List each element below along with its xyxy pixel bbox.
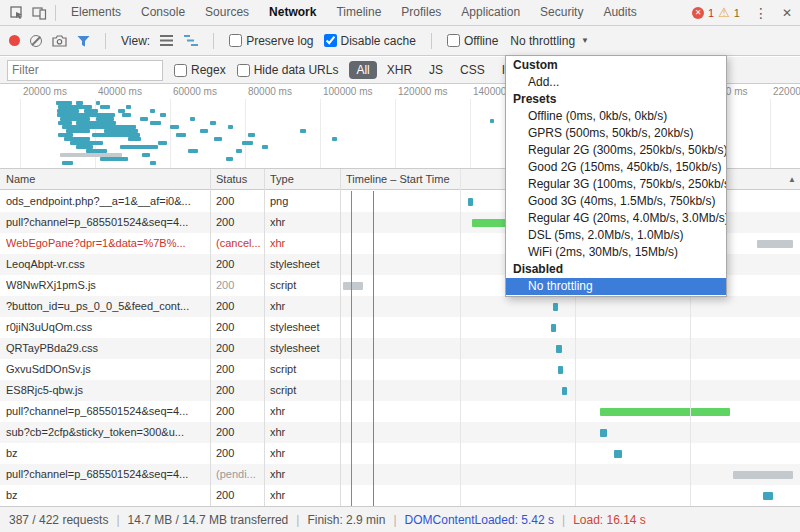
- menu-item-good-2g-150ms-450kb-s-150kb-s[interactable]: Good 2G (150ms, 450kb/s, 150kb/s): [506, 159, 726, 176]
- overview-request-bar: [150, 109, 155, 113]
- table-row[interactable]: ?button_id=u_ps_0_0_5&feed_cont...200xhr: [0, 296, 800, 317]
- offline-input[interactable]: [447, 34, 460, 47]
- column-header-type[interactable]: Type: [270, 169, 294, 190]
- preserve-log-input[interactable]: [229, 34, 242, 47]
- devtools-network-panel: ElementsConsoleSourcesNetworkTimelinePro…: [0, 0, 800, 532]
- filter-pill-all[interactable]: All: [349, 61, 376, 79]
- menu-item-good-3g-40ms-1-5mb-s-750kb-s[interactable]: Good 3G (40ms, 1.5Mb/s, 750kb/s): [506, 193, 726, 210]
- hide-data-urls-input[interactable]: [237, 64, 250, 77]
- table-row[interactable]: QRTayPBda29.css200stylesheet: [0, 338, 800, 359]
- tab-console[interactable]: Console: [131, 0, 195, 25]
- close-devtools-icon[interactable]: ✕: [782, 6, 792, 20]
- request-name: ?button_id=u_ps_0_0_5&feed_cont...: [6, 296, 206, 317]
- status-separator: |: [562, 513, 565, 527]
- request-type: script: [270, 359, 338, 380]
- waterfall-bar: [472, 219, 506, 227]
- request-status: 200: [216, 317, 262, 338]
- menu-item-dsl-5ms-2-0mb-s-1-0mb-s[interactable]: DSL (5ms, 2.0Mb/s, 1.0Mb/s): [506, 227, 726, 244]
- waterfall-bar: [343, 282, 363, 290]
- menu-item-regular-2g-300ms-250kb-s-50kb-s[interactable]: Regular 2G (300ms, 250kb/s, 50kb/s): [506, 142, 726, 159]
- filter-input[interactable]: [7, 60, 163, 81]
- error-badge-icon[interactable]: ✕: [692, 7, 704, 19]
- table-row[interactable]: ES8Rjc5-qbw.js200script: [0, 380, 800, 401]
- disable-cache-checkbox[interactable]: Disable cache: [324, 34, 416, 48]
- waterfall-bar: [468, 198, 473, 206]
- request-type: script: [270, 275, 338, 296]
- menu-item-regular-3g-100ms-750kb-s-250kb-s[interactable]: Regular 3G (100ms, 750kb/s, 250kb/s): [506, 176, 726, 193]
- preserve-log-checkbox[interactable]: Preserve log: [229, 34, 313, 48]
- filter-pill-css[interactable]: CSS: [453, 61, 492, 79]
- table-row[interactable]: bz200xhr: [0, 485, 800, 506]
- inspect-element-icon[interactable]: [6, 4, 28, 22]
- request-status: 200: [216, 422, 262, 443]
- menu-item-regular-4g-20ms-4-0mb-s-3-0mb-s[interactable]: Regular 4G (20ms, 4.0Mb/s, 3.0Mb/s): [506, 210, 726, 227]
- tab-security[interactable]: Security: [530, 0, 593, 25]
- tab-elements[interactable]: Elements: [61, 0, 131, 25]
- column-header-timeline[interactable]: Timeline – Start Time: [346, 169, 450, 190]
- table-row[interactable]: GxvuSdDOnSv.js200script: [0, 359, 800, 380]
- table-row[interactable]: r0jiN3uUqOm.css200stylesheet: [0, 317, 800, 338]
- request-status: 200: [216, 254, 262, 275]
- filter-pill-xhr[interactable]: XHR: [380, 61, 419, 79]
- tab-audits[interactable]: Audits: [593, 0, 646, 25]
- filter-pill-js[interactable]: JS: [422, 61, 450, 79]
- overview-request-bar: [242, 141, 253, 145]
- more-menu-icon[interactable]: ⋮: [754, 5, 768, 21]
- overview-request-bar: [126, 105, 131, 109]
- overview-request-bar: [170, 125, 179, 129]
- request-status: 200: [216, 359, 262, 380]
- menu-item-wifi-2ms-30mb-s-15mb-s[interactable]: WiFi (2ms, 30Mb/s, 15Mb/s): [506, 244, 726, 261]
- tab-timeline[interactable]: Timeline: [326, 0, 391, 25]
- table-row[interactable]: pull?channel=p_685501524&seq=4...(pendi.…: [0, 464, 800, 485]
- request-name: bz: [6, 485, 206, 506]
- overview-request-bar: [300, 129, 306, 133]
- column-header-name[interactable]: Name: [6, 169, 35, 190]
- record-button[interactable]: [9, 35, 20, 46]
- regex-input[interactable]: [174, 64, 187, 77]
- throttling-select[interactable]: No throttling ▼: [510, 34, 589, 48]
- menu-item-add[interactable]: Add...: [506, 74, 726, 91]
- table-row[interactable]: bz200xhr: [0, 443, 800, 464]
- network-summary-bar: 387 / 422 requests|14.7 MB / 14.7 MB tra…: [0, 506, 800, 532]
- devtools-tabbar: ElementsConsoleSourcesNetworkTimelinePro…: [0, 0, 800, 26]
- menu-item-offline-0ms-0kb-s-0kb-s[interactable]: Offline (0ms, 0kb/s, 0kb/s): [506, 108, 726, 125]
- tab-sources[interactable]: Sources: [195, 0, 259, 25]
- disable-cache-input[interactable]: [324, 34, 337, 47]
- ruler-label: 40000 ms: [98, 86, 142, 97]
- request-type: stylesheet: [270, 254, 338, 275]
- device-toolbar-icon[interactable]: [28, 4, 50, 22]
- tab-network[interactable]: Network: [259, 0, 326, 25]
- column-header-status[interactable]: Status: [216, 169, 247, 190]
- table-row[interactable]: sub?cb=2cfp&sticky_token=300&u...200xhr: [0, 422, 800, 443]
- tab-application[interactable]: Application: [451, 0, 530, 25]
- offline-checkbox[interactable]: Offline: [447, 34, 498, 48]
- request-name: ES8Rjc5-qbw.js: [6, 380, 206, 401]
- overview-request-bar: [150, 161, 156, 165]
- request-status: 200: [216, 338, 262, 359]
- capture-screenshots-icon[interactable]: [52, 35, 67, 47]
- request-name: WebEgoPane?dpr=1&data=%7B%...: [6, 233, 206, 254]
- request-status: 200: [216, 485, 262, 506]
- ruler-label: 100000 ms: [323, 86, 372, 97]
- request-type: xhr: [270, 296, 338, 317]
- warning-badge-icon[interactable]: ⚠: [718, 6, 730, 19]
- overview-request-bar: [140, 117, 148, 121]
- filter-icon[interactable]: [77, 35, 90, 47]
- request-name: pull?channel=p_685501524&seq=4...: [6, 464, 206, 485]
- request-status: 200: [216, 401, 262, 422]
- overview-request-bar: [100, 105, 110, 109]
- menu-item-no-throttling[interactable]: No throttling: [506, 278, 726, 295]
- waterfall-view-icon[interactable]: [184, 35, 198, 46]
- request-status: 200: [216, 296, 262, 317]
- regex-checkbox[interactable]: Regex: [174, 63, 226, 77]
- clear-button[interactable]: [30, 35, 42, 47]
- table-row[interactable]: pull?channel=p_685501524&seq=4...200xhr: [0, 401, 800, 422]
- hide-data-urls-checkbox[interactable]: Hide data URLs: [237, 63, 339, 77]
- overview-request-bar: [160, 113, 166, 117]
- tab-profiles[interactable]: Profiles: [391, 0, 451, 25]
- menu-item-gprs-500ms-50kb-s-20kb-s[interactable]: GPRS (500ms, 50kb/s, 20kb/s): [506, 125, 726, 142]
- status-badges: ✕ 1 ⚠ 1 ⋮ ✕: [692, 5, 794, 21]
- status-segment: DOMContentLoaded: 5.42 s: [405, 513, 554, 527]
- request-type: stylesheet: [270, 338, 338, 359]
- list-view-icon[interactable]: [160, 35, 174, 46]
